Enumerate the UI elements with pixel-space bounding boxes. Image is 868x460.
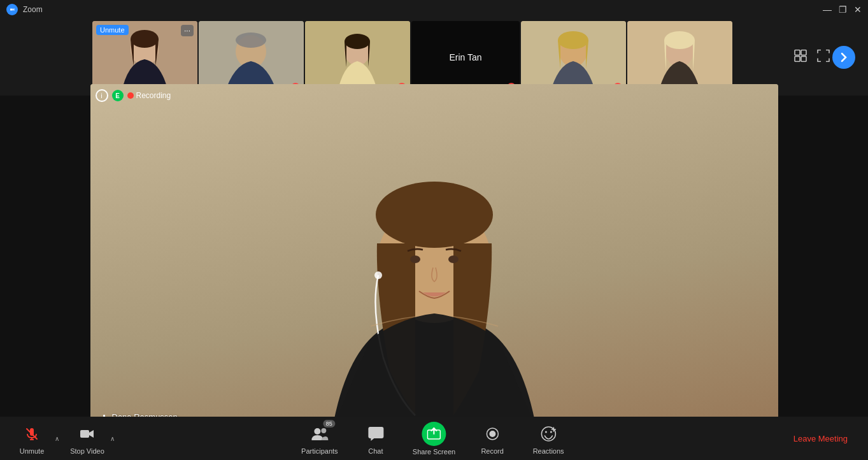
thumbnail-rick-hall[interactable]: Rick Hall 🎤 (199, 21, 304, 94)
e-badge: E (112, 90, 124, 101)
share-screen-label: Share Screen (413, 448, 455, 456)
svg-point-44 (550, 431, 552, 433)
window-controls: — ❐ ✕ (823, 6, 862, 13)
svg-point-29 (448, 255, 459, 263)
participants-icon: 85 (308, 422, 331, 445)
thumbnail-lauren-dunni[interactable]: Lauren Dunni... 🎤 (521, 21, 626, 94)
svg-point-27 (376, 182, 493, 248)
thumbnail-erin-tan[interactable]: Erin Tan 🎤 (411, 21, 520, 94)
chat-button[interactable]: Chat (357, 422, 395, 455)
minimize-button[interactable]: — (823, 6, 831, 13)
app-title: Zoom (23, 5, 43, 14)
svg-point-17 (558, 31, 588, 49)
record-label: Record (481, 447, 503, 455)
recording-badge: Recording (127, 91, 171, 100)
unmute-button[interactable]: Unmute (13, 422, 51, 455)
leave-meeting-button[interactable]: Leave Meeting (786, 429, 855, 449)
stop-video-label: Stop Video (70, 447, 104, 455)
svg-point-43 (545, 431, 547, 433)
reactions-icon (537, 422, 560, 445)
toolbar-left: Unmute ∧ Stop Video ∧ (13, 422, 115, 455)
thumbnail-mary-watkins[interactable]: Unmute ··· Mary Watkins (92, 21, 197, 94)
chat-label: Chat (368, 447, 383, 455)
svg-rect-24 (801, 57, 806, 62)
close-button[interactable]: ✕ (854, 6, 862, 13)
toolbar-center: 85 Participants Chat Sha (301, 422, 567, 456)
stop-video-button[interactable]: Stop Video (68, 422, 106, 455)
title-bar-left: Zoom (6, 4, 43, 15)
svg-point-4 (131, 30, 159, 48)
main-video-wrapper: i E Recording Dana Rasmussen (0, 96, 868, 417)
info-icon[interactable]: i (96, 89, 108, 102)
reactions-label: Reactions (533, 447, 564, 455)
thumbnail-maysen-lind[interactable]: Maysen Lind... (627, 21, 732, 94)
svg-rect-23 (795, 57, 800, 62)
reactions-button[interactable]: Reactions (529, 422, 567, 455)
unmute-label: Unmute (20, 447, 45, 455)
svg-rect-22 (801, 50, 806, 55)
more-options-badge[interactable]: ··· (181, 25, 194, 36)
svg-rect-35 (80, 430, 89, 438)
svg-point-36 (314, 428, 320, 435)
view-controls (794, 50, 830, 66)
record-button[interactable]: Record (473, 422, 511, 455)
zoom-logo (6, 4, 18, 15)
participants-button[interactable]: 85 Participants (301, 422, 339, 455)
unmute-badge[interactable]: Unmute (96, 25, 129, 35)
unmute-chevron[interactable]: ∧ (55, 435, 59, 442)
svg-point-30 (374, 271, 382, 279)
recording-dot (127, 92, 134, 99)
share-screen-button[interactable]: Share Screen (413, 422, 455, 456)
share-screen-icon (422, 422, 446, 446)
microphone-icon (20, 422, 43, 445)
svg-rect-38 (368, 427, 383, 438)
next-thumbnail-button[interactable] (832, 46, 855, 69)
svg-rect-21 (795, 50, 800, 55)
grid-view-button[interactable] (794, 50, 807, 66)
info-overlay: i E Recording (96, 89, 171, 102)
svg-point-28 (410, 255, 420, 263)
svg-point-20 (664, 31, 695, 49)
maximize-button[interactable]: ❐ (839, 6, 846, 13)
toolbar: Unmute ∧ Stop Video ∧ (0, 417, 868, 460)
record-icon (481, 422, 504, 445)
participants-label: Participants (301, 447, 338, 455)
chat-icon (364, 422, 387, 445)
svg-point-13 (345, 34, 370, 49)
svg-point-9 (236, 32, 266, 48)
svg-point-37 (321, 428, 326, 433)
camera-icon (76, 422, 99, 445)
title-bar: Zoom — ❐ ✕ (0, 0, 868, 19)
fullscreen-button[interactable] (817, 50, 830, 66)
participants-count-badge: 85 (324, 420, 335, 428)
thumbnail-taylor-silvers[interactable]: Taylor Silvers... 🎤 (305, 21, 410, 94)
content-area: Unmute ··· Mary Watkins Rick Hall 🎤 (0, 19, 868, 460)
main-video: i E Recording Dana Rasmussen (90, 84, 778, 428)
stop-video-chevron[interactable]: ∧ (110, 435, 115, 442)
erin-name-center: Erin Tan (449, 52, 481, 62)
toolbar-right: Leave Meeting (786, 429, 855, 449)
svg-point-41 (489, 431, 495, 437)
main-person-figure (218, 90, 651, 428)
